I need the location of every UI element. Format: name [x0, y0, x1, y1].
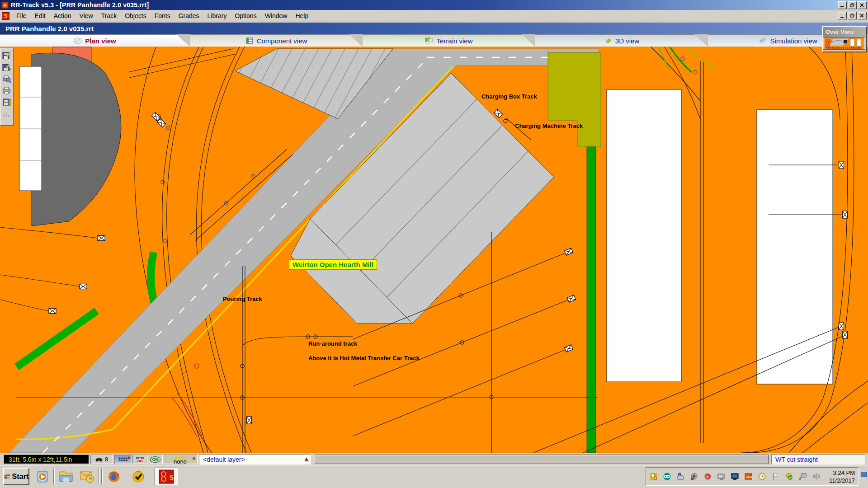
windows-logo-icon — [4, 473, 10, 481]
folder-icon — [59, 470, 73, 483]
print-button[interactable] — [1, 85, 12, 96]
window-controls — [838, 1, 867, 9]
menu-edit[interactable]: Edit — [31, 10, 50, 21]
quicklaunch-separator — [53, 469, 55, 484]
rotate-on-button[interactable]: ON — [148, 455, 163, 464]
label-charging-box-track[interactable]: Charging Box Track — [481, 93, 537, 100]
start-label: Start — [12, 473, 28, 481]
tray-alert-icon[interactable] — [650, 473, 657, 480]
tray-sync-clock-icon[interactable] — [758, 473, 766, 480]
tray-infinity-icon[interactable] — [663, 473, 671, 480]
tab-plan-view[interactable]: Plan view — [0, 34, 190, 47]
tray-flag-icon[interactable] — [772, 473, 779, 480]
tray-e-app-icon[interactable]: e — [704, 473, 712, 480]
quicklaunch-media-player[interactable] — [33, 468, 52, 485]
taskbar-clock[interactable]: 3:24 PM 11/2/2017 — [829, 469, 855, 484]
menu-file[interactable]: File — [12, 10, 31, 21]
menu-window[interactable]: Window — [261, 10, 292, 21]
svg-text:i: i — [679, 473, 679, 477]
tab-label: 3D view — [615, 37, 639, 45]
mdi-close-button[interactable] — [858, 12, 867, 19]
menu-library[interactable]: Library — [203, 10, 231, 21]
yard-rectangle-2 — [757, 110, 833, 384]
outlook-icon — [80, 470, 94, 483]
system-tray: i R e CC4 3:24 PM 11/2/2017 — [646, 467, 859, 486]
menu-grades[interactable]: Grades — [175, 10, 203, 21]
label-charging-machine-track[interactable]: Charging Machine Track — [515, 122, 583, 129]
horizontal-scrollbar[interactable] — [314, 455, 769, 464]
tray-registry-icon[interactable]: R — [690, 473, 698, 480]
find-count-box[interactable]: 8 — [90, 455, 113, 464]
quicklaunch-outlook[interactable] — [78, 468, 96, 485]
green-stripe — [587, 147, 596, 453]
media-player-icon — [36, 470, 49, 483]
coordinates-readout: 31ft, 5.6in x 12ft,11.5in — [4, 455, 89, 464]
statistics-button[interactable] — [1, 108, 12, 119]
menu-help[interactable]: Help — [291, 10, 312, 21]
tray-antivirus-icon[interactable] — [785, 473, 793, 480]
overview-title[interactable]: Over View — [823, 27, 866, 37]
mdi-restore-button[interactable] — [848, 12, 857, 19]
calculator-button[interactable] — [1, 97, 12, 108]
firefox-icon — [107, 470, 121, 483]
menu-bar: 5 File Edit Action View Track Objects Fo… — [0, 10, 868, 22]
mdi-minimize-button[interactable] — [838, 12, 847, 19]
label-weirton-open-hearth-mill[interactable]: Weirton Open Hearth Mill — [289, 259, 377, 270]
clock-time: 3:24 PM — [829, 469, 855, 477]
taskbar-rr-track-button[interactable]: 5 — [155, 468, 178, 485]
tray-display-icon[interactable] — [731, 473, 739, 480]
status-bar: 31ft, 5.6in x 12ft,11.5in 8 ON ON SNAP n… — [0, 453, 868, 465]
menu-options[interactable]: Options — [231, 10, 260, 21]
tool-status: WT cut straight — [771, 454, 865, 465]
overview-thumbnail[interactable] — [823, 37, 865, 50]
menu-view[interactable]: View — [75, 10, 97, 21]
minimize-button[interactable] — [838, 1, 847, 9]
tray-volume-icon[interactable] — [812, 473, 820, 480]
taskbar: Start 5 i R e — [0, 465, 868, 488]
tab-label: Plan view — [85, 37, 116, 45]
tray-terminal-icon[interactable] — [717, 473, 725, 480]
tab-component-view[interactable]: Component view — [190, 34, 363, 47]
restore-button[interactable] — [848, 1, 857, 9]
quicklaunch-firefox[interactable] — [105, 468, 123, 485]
save-new-button[interactable] — [1, 61, 12, 72]
binoculars-icon — [95, 457, 103, 462]
menu-fonts[interactable]: Fonts — [151, 10, 175, 21]
save-edit-button[interactable] — [1, 50, 12, 61]
svg-text:CC4: CC4 — [745, 475, 752, 479]
norton-check-icon — [132, 470, 145, 483]
print-preview-button[interactable] — [1, 73, 12, 84]
3d-icon — [604, 38, 612, 44]
show-desktop-icon[interactable] — [861, 472, 867, 477]
tab-terrain-view[interactable]: Terrain view — [363, 34, 535, 47]
track-plan-drawing — [0, 47, 868, 453]
quicklaunch-file-explorer[interactable] — [57, 468, 75, 485]
quicklaunch-norton[interactable] — [129, 468, 147, 485]
clock-date: 11/2/2017 — [829, 477, 855, 484]
layer-selector[interactable]: <default layer> — [199, 454, 311, 465]
green-highlight-curve — [151, 252, 155, 305]
start-button[interactable]: Start — [3, 468, 29, 485]
tray-network-icon[interactable] — [799, 473, 807, 480]
join-on-button[interactable]: ON — [132, 455, 147, 464]
document-title: PRR Panhandle 2.0 v035.rrt — [0, 25, 94, 33]
tray-device-info-icon[interactable]: i — [677, 473, 684, 480]
tray-cc4-icon[interactable]: CC4 — [745, 473, 752, 480]
menu-objects[interactable]: Objects — [121, 10, 150, 21]
layout-canvas[interactable]: Charging Box Track Charging Machine Trac… — [0, 47, 868, 453]
menu-action[interactable]: Action — [50, 10, 75, 21]
document-icon: 5 — [2, 12, 9, 20]
tab-3d-view[interactable]: 3D view — [535, 34, 708, 47]
app-icon — [1, 2, 9, 9]
terrain-icon — [425, 38, 433, 44]
track-mode-button[interactable] — [114, 455, 132, 464]
label-hot-metal-transfer[interactable]: Above it is Hot Metal Transfer Car Track — [308, 355, 420, 361]
close-button[interactable] — [858, 1, 867, 9]
rr-track-icon: 5 — [159, 469, 174, 484]
label-pouring-track[interactable]: Pouring Track — [223, 296, 262, 302]
snap-selector[interactable]: SNAP none — [163, 455, 198, 464]
menu-track[interactable]: Track — [97, 10, 121, 21]
mdi-window-controls — [838, 12, 867, 19]
label-run-around-track[interactable]: Run-around track — [308, 340, 357, 347]
window-title: RR-Track v5.3 - [PRR Panhandle 2.0 v035.… — [11, 1, 149, 9]
